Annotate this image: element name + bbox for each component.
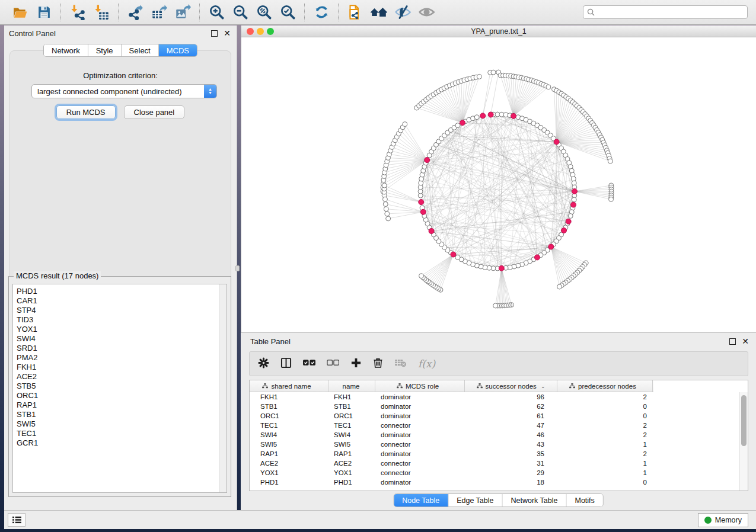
mcds-result-node[interactable]: ACE2 <box>17 372 227 382</box>
mcds-result-node[interactable]: CAR1 <box>17 296 227 306</box>
zoom-in-icon[interactable] <box>208 4 225 21</box>
settings-gear-icon[interactable] <box>258 357 269 370</box>
column-header[interactable]: MCDS role <box>375 380 465 392</box>
network-graph-canvas[interactable] <box>241 37 756 332</box>
table-scrollbar[interactable] <box>739 392 748 491</box>
table-tabs: Node TableEdge TableNetwork TableMotifs <box>393 493 604 507</box>
close-panel-icon[interactable]: ✕ <box>224 30 231 37</box>
column-header[interactable]: predecessor nodes <box>557 380 653 392</box>
zoom-fit-icon[interactable] <box>255 4 273 21</box>
column-header[interactable]: successor nodes⌄ <box>465 380 557 392</box>
table-row[interactable]: ACE2 ACE2 connector 31 1 <box>250 459 748 468</box>
float-panel-icon[interactable] <box>211 30 218 37</box>
control-panel-tabs: NetworkStyleSelectMCDS <box>43 44 197 57</box>
network-graph[interactable] <box>241 37 756 332</box>
mcds-result-node[interactable]: SWI5 <box>17 419 227 429</box>
cell-mcds-role: connector <box>375 460 465 467</box>
optimization-criterion-select[interactable]: largest connected component (undirected)… <box>31 84 217 98</box>
add-column-icon[interactable] <box>350 357 362 370</box>
node-table[interactable]: shared namenameMCDS rolesuccessor nodes⌄… <box>249 380 748 491</box>
memory-status-icon <box>704 517 712 524</box>
mcds-result-node[interactable]: GCR1 <box>17 438 227 448</box>
float-panel-icon[interactable] <box>729 338 736 345</box>
mcds-result-node[interactable]: YOX1 <box>17 325 227 334</box>
cell-predecessor-nodes: 0 <box>557 479 653 486</box>
export-image-icon[interactable] <box>174 4 192 21</box>
tab-label: Edge Table <box>457 496 493 505</box>
mcds-result-node[interactable]: STP4 <box>17 306 227 315</box>
close-panel-icon[interactable]: ✕ <box>742 338 749 345</box>
control-panel-tab[interactable]: Style <box>88 44 122 56</box>
delete-icon[interactable] <box>373 357 383 370</box>
mcds-result-title: MCDS result (17 nodes) <box>14 271 101 280</box>
column-header[interactable]: name <box>328 380 375 392</box>
table-row[interactable]: SWI5 SWI5 connector 43 1 <box>250 440 748 449</box>
cell-predecessor-nodes: 2 <box>557 431 653 438</box>
cell-predecessor-nodes: 1 <box>557 460 653 467</box>
table-row[interactable]: SWI4 SWI4 dominator 46 2 <box>250 430 748 440</box>
mcds-result-node[interactable]: SRD1 <box>17 344 227 353</box>
task-history-button[interactable] <box>8 513 25 527</box>
mcds-result-node[interactable]: ORC1 <box>17 391 227 400</box>
share-document-icon[interactable] <box>346 4 364 21</box>
cell-shared-name: STB1 <box>250 403 328 410</box>
mcds-result-node[interactable]: PHD1 <box>17 287 227 296</box>
mcds-result-node[interactable]: PMA2 <box>17 353 227 363</box>
memory-button[interactable]: Memory <box>698 513 748 527</box>
toolbar-separator <box>304 4 305 21</box>
column-header[interactable]: shared name <box>250 380 328 392</box>
zoom-selected-icon[interactable] <box>279 4 296 21</box>
cell-predecessor-nodes: 2 <box>557 393 653 400</box>
table-tab[interactable]: Node Table <box>394 494 448 507</box>
control-panel-tab[interactable]: MCDS <box>159 44 197 56</box>
search-input[interactable] <box>598 8 744 17</box>
mcds-result-node[interactable]: STB5 <box>17 382 227 391</box>
control-panel-tab[interactable]: Network <box>44 44 88 56</box>
optimization-criterion-label: Optimization criterion: <box>10 71 231 80</box>
mcds-result-node[interactable]: RAP1 <box>17 400 227 410</box>
mcds-result-node[interactable]: SWI4 <box>17 334 227 344</box>
panel-divider-grip[interactable] <box>235 265 240 271</box>
table-scrollbar-thumb[interactable] <box>741 395 747 446</box>
mcds-result-node[interactable]: TID3 <box>17 315 227 325</box>
select-all-icon[interactable] <box>303 359 315 368</box>
table-row[interactable]: TEC1 TEC1 connector 47 2 <box>250 421 748 430</box>
import-table-icon[interactable] <box>92 4 110 21</box>
columns-icon[interactable] <box>280 357 292 370</box>
table-tab[interactable]: Motifs <box>566 494 602 507</box>
table-row[interactable]: FKH1 FKH1 dominator 96 2 <box>250 392 748 402</box>
home-network-icon[interactable] <box>370 4 388 21</box>
open-file-icon[interactable] <box>11 4 29 21</box>
deselect-all-icon[interactable] <box>327 359 339 368</box>
table-row[interactable]: STB1 STB1 dominator 62 0 <box>250 402 748 411</box>
table-row[interactable]: RAP1 RAP1 dominator 35 2 <box>250 449 748 459</box>
export-network-icon[interactable] <box>126 4 144 21</box>
table-tab[interactable]: Edge Table <box>448 494 502 507</box>
table-row[interactable]: YOX1 YOX1 connector 29 1 <box>250 468 748 477</box>
cell-successor-nodes: 35 <box>465 450 557 457</box>
zoom-out-icon[interactable] <box>231 4 249 21</box>
mcds-result-node[interactable]: FKH1 <box>17 363 227 372</box>
mcds-list-scrollbar[interactable] <box>219 284 227 492</box>
table-tab[interactable]: Network Table <box>503 494 567 507</box>
mcds-result-node[interactable]: TEC1 <box>17 429 227 438</box>
control-panel-tab[interactable]: Select <box>122 44 159 56</box>
refresh-icon[interactable] <box>312 4 330 21</box>
search-field[interactable] <box>583 5 748 19</box>
import-network-icon[interactable] <box>69 4 87 21</box>
save-icon[interactable] <box>35 4 53 21</box>
search-icon <box>587 8 595 16</box>
hide-selected-icon[interactable] <box>394 4 412 21</box>
export-table-icon[interactable] <box>150 4 168 21</box>
cell-mcds-role: dominator <box>375 393 465 400</box>
table-header-row: shared namenameMCDS rolesuccessor nodes⌄… <box>250 380 653 392</box>
select-stepper-icon: ▲▼ <box>204 85 216 98</box>
cell-name: ORC1 <box>328 412 375 419</box>
network-window-titlebar[interactable]: YPA_prune.txt_1 <box>241 25 756 37</box>
run-mcds-button[interactable]: Run MCDS <box>56 105 116 119</box>
mcds-result-list[interactable]: PHD1CAR1STP4TID3YOX1SWI4SRD1PMA2FKH1ACE2… <box>12 284 227 493</box>
table-row[interactable]: ORC1 ORC1 dominator 61 0 <box>250 411 748 421</box>
close-panel-button[interactable]: Close panel <box>124 105 185 119</box>
table-row[interactable]: PHD1 PHD1 dominator 18 0 <box>250 477 748 487</box>
mcds-result-node[interactable]: STB1 <box>17 410 227 419</box>
